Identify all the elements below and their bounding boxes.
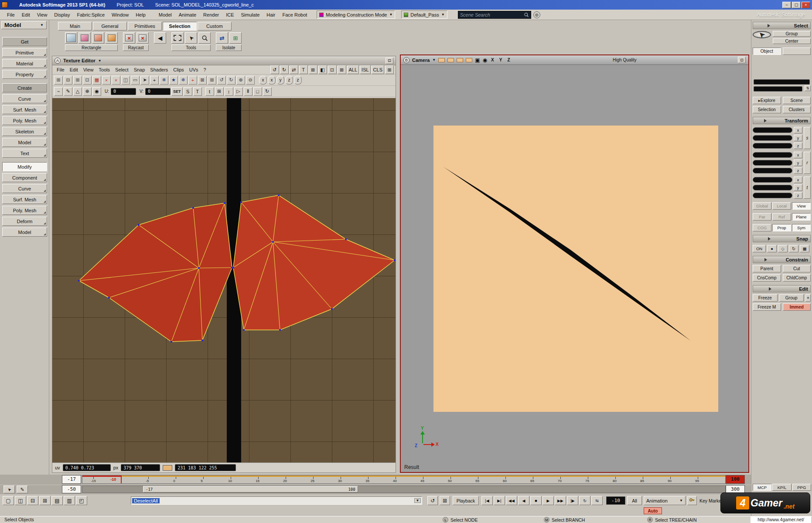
select-tool-button[interactable]: ➤ — [753, 31, 771, 38]
sidebar-button-modify-surf-mesh[interactable]: Surf. Mesh — [2, 195, 47, 204]
cnscomp-button[interactable]: CnsComp — [753, 274, 781, 282]
sidebar-button-modify-model[interactable]: Model — [2, 228, 47, 237]
texture-editor-menu-item[interactable]: Select — [113, 66, 131, 73]
center-button[interactable]: Center — [773, 38, 811, 44]
uv-viewport[interactable] — [52, 98, 396, 462]
select-section-header[interactable]: Select — [753, 22, 811, 29]
snap-section-header[interactable]: Snap — [753, 235, 811, 242]
display-swatch-4[interactable] — [466, 58, 472, 62]
layout-columns-button[interactable]: ▥ — [64, 496, 75, 505]
raycast-cube2-icon[interactable]: × — [136, 32, 149, 44]
texture-editor-menu-item[interactable]: UVs — [187, 66, 201, 73]
texture-editor-header[interactable]: A Texture Editor ▼ ⊡ — [52, 56, 396, 65]
sidebar-button-modify-poly-mesh[interactable]: Poly. Mesh — [2, 206, 47, 215]
view-redo-icon[interactable]: ↻ — [280, 65, 289, 74]
delete-uv-icon[interactable]: × — [102, 76, 111, 85]
menubar-item[interactable]: Edit — [18, 11, 34, 18]
clusters-button[interactable]: Clusters — [783, 106, 811, 113]
translate-mode-button[interactable]: t — [804, 177, 811, 199]
play-from-start-button[interactable]: |▶ — [567, 496, 578, 505]
texture-editor-menu-item[interactable]: Clips — [171, 66, 186, 73]
swap-selection-icon[interactable]: ⇅ — [805, 85, 811, 91]
key-icon[interactable] — [687, 496, 697, 505]
sidebar-button-deform[interactable]: Deform — [2, 217, 47, 226]
step-back-button[interactable]: ◀ — [518, 496, 529, 505]
playhead[interactable]: -10 — [121, 475, 122, 483]
panel-letter-badge[interactable]: A — [55, 58, 61, 64]
timeline-start-box[interactable]: -17 — [62, 475, 81, 484]
snap-point-icon[interactable]: ● — [767, 245, 777, 252]
update-icon[interactable]: ↺ — [427, 496, 438, 505]
menubar-item[interactable]: Help — [132, 11, 149, 18]
first-frame-button[interactable]: |◀ — [481, 496, 493, 505]
immed-button[interactable]: Immed — [783, 303, 811, 311]
align-y-icon[interactable]: y — [276, 76, 284, 85]
display-shaded-icon[interactable]: ◧ — [318, 65, 327, 74]
mcp-tab-button[interactable]: MCP — [753, 484, 771, 491]
rotate-x-field[interactable] — [753, 152, 792, 158]
sidebar-button-property[interactable]: Property — [2, 70, 47, 79]
current-frame-field[interactable]: -10 — [606, 496, 625, 505]
sidebar-button-poly-mesh[interactable]: Poly. Mesh — [2, 116, 47, 125]
ref-par-button[interactable]: Par — [753, 213, 771, 221]
ref-plane-button[interactable]: Plane — [792, 213, 811, 221]
texture-editor-menu-item[interactable]: File — [54, 66, 67, 73]
module-menu-item[interactable]: Animate — [175, 11, 200, 18]
sym-button[interactable]: Sym — [792, 224, 811, 231]
panel-letter-badge[interactable]: B — [403, 57, 409, 63]
module-menu-item[interactable]: Render — [200, 11, 222, 18]
scale-x-field[interactable] — [753, 127, 792, 133]
sidebar-button-modify-curve[interactable]: Curve — [2, 184, 47, 193]
v-value-field[interactable]: 0 — [145, 88, 171, 95]
panel-maximize-icon[interactable]: ⊡ — [738, 57, 746, 63]
snap-loop-icon[interactable]: ↻ — [789, 245, 798, 252]
fit-vertical-icon[interactable]: ↕ — [225, 87, 233, 96]
rotate-y-toggle[interactable]: y — [794, 160, 802, 166]
minimize-button[interactable]: – — [782, 2, 791, 8]
layout-rows-button[interactable]: ▤ — [51, 496, 63, 505]
u-value-field[interactable]: 0 — [111, 88, 136, 95]
constrain-section-header[interactable]: Constrain — [753, 256, 811, 263]
constrain-cut-button[interactable]: Cut — [783, 265, 811, 272]
layout-custom-button[interactable]: ◰ — [76, 496, 87, 505]
render-pass-select[interactable]: Default_Pass ▼ — [401, 10, 447, 19]
camera-icon[interactable]: ▣ — [475, 57, 480, 63]
kpl-tab-button[interactable]: KP/L — [772, 484, 791, 491]
scale-z-field[interactable] — [753, 143, 792, 149]
pin-uv-icon[interactable]: ⊕ — [83, 87, 92, 96]
menubar-item[interactable]: Display — [51, 11, 73, 18]
sidebar-header-modify[interactable]: Modify — [2, 162, 47, 171]
texture-editor-menu-item[interactable]: View — [81, 66, 96, 73]
texture-editor-menu-item[interactable]: Tools — [96, 66, 113, 73]
relax-pause-icon[interactable]: Ⅱ — [244, 87, 252, 96]
relax-loop-icon[interactable]: ↻ — [263, 87, 272, 96]
rotate-ccw-icon[interactable]: ↺ — [217, 76, 226, 85]
view-undo-icon[interactable]: ↺ — [270, 65, 279, 74]
show-cluster-button[interactable]: CLS — [372, 65, 384, 74]
axis-x-toggle[interactable]: X — [491, 58, 494, 62]
panel-maximize-icon[interactable]: ⊡ — [386, 58, 393, 64]
display-swatch-3[interactable] — [457, 58, 463, 62]
mirror-uv-icon[interactable]: ◫ — [121, 76, 130, 85]
animation-menu[interactable]: Animation ▼ — [644, 496, 686, 505]
chevron-down-icon[interactable]: ▼ — [432, 58, 436, 62]
constrain-parent-button[interactable]: Parent — [753, 265, 781, 272]
module-menu-item[interactable]: ICE — [222, 11, 237, 18]
translate-y-toggle[interactable]: y — [794, 184, 802, 191]
translate-y-field[interactable] — [753, 185, 792, 190]
scale-z-toggle[interactable]: z — [794, 143, 802, 149]
tools-label[interactable]: Tools — [171, 44, 211, 51]
selection-text-field[interactable] — [754, 79, 810, 85]
select-cube-rose-icon[interactable] — [92, 32, 104, 44]
uv-grid-icon[interactable]: ⊞ — [54, 76, 63, 85]
ref-mode-global-button[interactable]: Global — [753, 202, 771, 210]
sidebar-button-curve[interactable]: Curve — [2, 94, 47, 103]
auto-key-button[interactable]: Auto — [644, 507, 662, 514]
range-thumb[interactable]: -17 100 — [143, 486, 358, 492]
t-mode-button[interactable]: T — [193, 87, 202, 96]
display-grid-icon[interactable]: ⊞ — [309, 65, 317, 74]
camera-canvas-svg[interactable] — [401, 65, 748, 472]
add-uv-icon[interactable]: + — [188, 76, 197, 85]
pointer-tool-icon[interactable]: ➤ — [3, 486, 15, 493]
translate-z-field[interactable] — [753, 193, 792, 198]
